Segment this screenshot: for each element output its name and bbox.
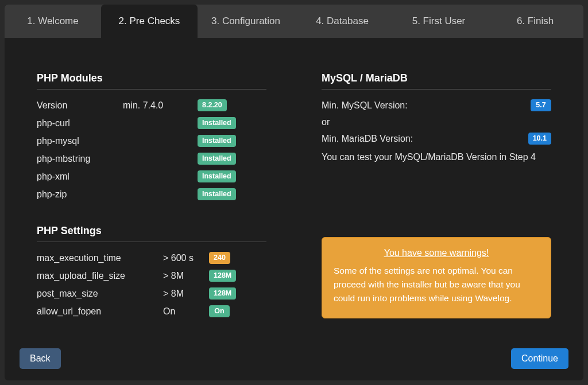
warning-alert: You have some warnings! Some of the sett… [322,237,551,318]
left-column: PHP Modules Version min. 7.4.0 8.2.20 ph… [37,72,266,348]
footer: Back Continue [5,348,583,380]
php-module-row: php-mysql Installed [37,132,266,150]
module-name: Version [37,101,123,110]
module-name: php-mysql [37,137,123,146]
status-badge: 8.2.20 [198,99,227,111]
db-mariadb-row: Min. MariaDB Version: 10.1 [322,130,551,147]
db-note: You can test your MySQL/MariaDB Version … [322,152,551,162]
status-badge: 128M [209,270,236,282]
module-name: php-xml [37,172,123,181]
tab-pre-checks[interactable]: 2. Pre Checks [101,5,198,38]
status-badge: 10.1 [528,133,551,145]
db-or-row: or [322,114,551,130]
php-setting-row: max_execution_time > 600 s 240 [37,249,266,267]
setting-req: On [163,307,209,316]
module-name: php-mbstring [37,154,123,164]
right-column: MySQL / MariaDB Min. MySQL Version: 5.7 … [322,72,551,348]
back-button[interactable]: Back [20,348,61,369]
php-settings-title: PHP Settings [37,225,266,242]
php-module-row: php-curl Installed [37,114,266,132]
setting-name: max_upload_file_size [37,271,163,281]
php-setting-row: max_upload_file_size > 8M 128M [37,267,266,285]
status-badge: Installed [198,153,236,165]
status-badge: Installed [198,117,236,129]
php-setting-row: post_max_size > 8M 128M [37,285,266,302]
tab-welcome[interactable]: 1. Welcome [5,5,101,38]
status-badge: 5.7 [531,99,551,111]
setting-req: > 600 s [163,254,209,263]
php-module-row: php-xml Installed [37,168,266,185]
installer-panel: 1. Welcome 2. Pre Checks 3. Configuratio… [5,5,583,380]
db-title: MySQL / MariaDB [322,72,551,90]
setting-name: max_execution_time [37,254,163,263]
tab-first-user[interactable]: 5. First User [390,5,487,38]
php-modules-title: PHP Modules [37,72,266,90]
php-setting-row: allow_url_fopen On On [37,302,266,320]
content-area: PHP Modules Version min. 7.4.0 8.2.20 ph… [5,38,583,348]
alert-body: Some of the settings are not optimal. Yo… [334,264,539,305]
continue-button[interactable]: Continue [511,348,568,369]
mariadb-label: Min. MariaDB Version: [322,134,413,143]
setting-name: post_max_size [37,289,163,298]
status-badge: 128M [209,287,236,300]
status-badge: Installed [198,170,236,182]
db-mysql-row: Min. MySQL Version: 5.7 [322,96,551,114]
or-text: or [322,118,330,127]
status-badge: Installed [198,188,236,200]
setting-req: > 8M [163,271,209,281]
php-module-row: php-zip Installed [37,185,266,203]
module-req: min. 7.4.0 [123,101,198,110]
mysql-label: Min. MySQL Version: [322,101,408,110]
wizard-tabs: 1. Welcome 2. Pre Checks 3. Configuratio… [5,5,583,38]
php-module-row: Version min. 7.4.0 8.2.20 [37,96,266,114]
setting-req: > 8M [163,289,209,298]
status-badge: 240 [209,252,230,264]
status-badge: On [209,305,230,317]
alert-title: You have some warnings! [334,248,539,258]
tab-finish[interactable]: 6. Finish [487,5,583,38]
status-badge: Installed [198,135,236,147]
setting-name: allow_url_fopen [37,307,163,316]
module-name: php-zip [37,190,123,199]
php-module-row: php-mbstring Installed [37,150,266,168]
tab-database[interactable]: 4. Database [294,5,390,38]
module-name: php-curl [37,119,123,128]
tab-configuration[interactable]: 3. Configuration [198,5,294,38]
